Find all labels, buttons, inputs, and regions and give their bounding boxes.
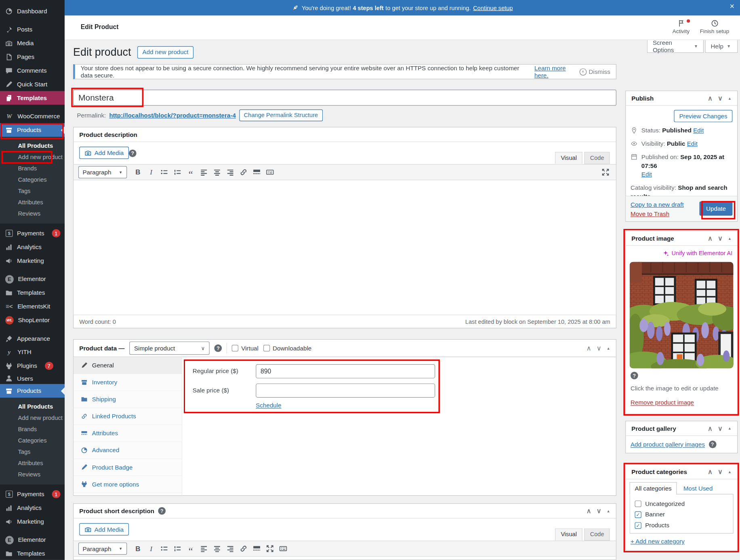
category-checkbox-checked[interactable]: ✓ bbox=[635, 522, 641, 529]
preview-changes-button[interactable]: Preview Changes bbox=[674, 110, 733, 122]
move-up-icon[interactable]: ∧ bbox=[708, 235, 713, 242]
help-icon[interactable]: ? bbox=[214, 344, 222, 352]
description-editor-area[interactable] bbox=[74, 180, 616, 315]
submenu-all-products[interactable]: All Products bbox=[0, 140, 65, 151]
sidebar-item-users[interactable]: Users bbox=[0, 373, 65, 384]
product-title-input[interactable] bbox=[73, 90, 616, 106]
submenu-categories-2[interactable]: Categories bbox=[0, 435, 65, 446]
blockquote-button[interactable]: “ bbox=[185, 166, 197, 178]
help-icon[interactable]: ? bbox=[129, 149, 137, 157]
help-icon[interactable]: ? bbox=[158, 507, 166, 515]
activity-button[interactable]: Activity bbox=[667, 19, 695, 34]
sidebar-item-plugins[interactable]: Plugins7 bbox=[0, 359, 65, 373]
sidebar-item-payments-2[interactable]: $Payments1 bbox=[0, 487, 65, 501]
submenu-add-new-product-2[interactable]: Add new product bbox=[0, 412, 65, 424]
downloadable-checkbox[interactable] bbox=[263, 345, 270, 351]
bullet-list-button[interactable] bbox=[158, 543, 170, 554]
tab-get-more-options[interactable]: Get more options bbox=[74, 476, 182, 493]
move-down-icon[interactable]: ∨ bbox=[718, 425, 723, 432]
visual-tab-short[interactable]: Visual bbox=[555, 529, 582, 541]
bullet-list-button[interactable] bbox=[158, 166, 170, 178]
tab-linked-products[interactable]: Linked Products bbox=[74, 408, 182, 425]
submenu-tags[interactable]: Tags bbox=[0, 185, 65, 197]
edit-visibility-link[interactable]: Edit bbox=[687, 140, 698, 147]
align-left-button[interactable] bbox=[198, 543, 210, 554]
edit-published-link[interactable]: Edit bbox=[641, 171, 652, 178]
submenu-add-new-product[interactable]: Add new product bbox=[0, 151, 65, 163]
italic-button[interactable]: I bbox=[145, 166, 157, 178]
move-up-icon[interactable]: ∧ bbox=[587, 344, 591, 352]
code-tab-short[interactable]: Code bbox=[584, 529, 610, 541]
code-tab[interactable]: Code bbox=[584, 152, 610, 164]
continue-setup-link[interactable]: Continue setup bbox=[473, 4, 513, 11]
keyboard-shortcuts-button[interactable] bbox=[264, 166, 276, 178]
most-used-tab[interactable]: Most Used bbox=[683, 485, 713, 492]
regular-price-input[interactable] bbox=[256, 364, 435, 378]
learn-more-link[interactable]: Learn more here. bbox=[534, 65, 579, 79]
help-icon[interactable]: ? bbox=[708, 440, 716, 448]
category-products[interactable]: ✓ Products bbox=[635, 520, 728, 531]
align-center-button[interactable] bbox=[211, 543, 223, 554]
schedule-link[interactable]: Schedule bbox=[256, 402, 281, 409]
move-up-icon[interactable]: ∧ bbox=[708, 94, 713, 102]
collapse-icon[interactable]: ▲ bbox=[728, 426, 732, 431]
align-right-button[interactable] bbox=[225, 166, 236, 178]
sidebar-item-elementor[interactable]: EElementor bbox=[0, 272, 65, 286]
align-center-button[interactable] bbox=[211, 166, 223, 178]
virtual-checkbox[interactable] bbox=[232, 345, 238, 351]
sidebar-item-products[interactable]: Products bbox=[0, 123, 65, 137]
move-up-icon[interactable]: ∧ bbox=[587, 507, 591, 515]
help-icon[interactable]: ? bbox=[631, 372, 638, 380]
read-more-button[interactable] bbox=[251, 543, 263, 554]
virtual-checkbox-row[interactable]: Virtual bbox=[232, 345, 259, 352]
submenu-tags-2[interactable]: Tags bbox=[0, 446, 65, 457]
sidebar-item-elementskit[interactable]: ≡<ElementsKit bbox=[0, 300, 65, 313]
sidebar-item-pages[interactable]: Pages bbox=[0, 50, 65, 64]
change-permalink-button[interactable]: Change Permalink Structure bbox=[239, 109, 323, 121]
move-down-icon[interactable]: ∨ bbox=[597, 507, 601, 515]
tab-inventory[interactable]: Inventory bbox=[74, 374, 182, 391]
paragraph-select-short[interactable]: Paragraph▼ bbox=[78, 543, 127, 555]
unify-elementor-ai-link[interactable]: Unify with Elementor AI bbox=[631, 250, 732, 256]
tab-product-badge[interactable]: Product Badge bbox=[74, 459, 182, 476]
sidebar-item-products-2[interactable]: Products bbox=[0, 384, 65, 398]
keyboard-shortcuts-button[interactable] bbox=[278, 543, 289, 554]
add-media-button-short[interactable]: Add Media bbox=[79, 523, 129, 535]
italic-button[interactable]: I bbox=[145, 543, 157, 554]
permalink-url[interactable]: http://localhost/block/?product=monstera… bbox=[109, 111, 236, 119]
tab-shipping[interactable]: Shipping bbox=[74, 391, 182, 408]
sidebar-item-payments[interactable]: $Payments1 bbox=[0, 227, 65, 240]
read-more-button[interactable] bbox=[251, 166, 263, 178]
sidebar-item-shoplentor[interactable]: WLShopLentor bbox=[0, 313, 65, 327]
sidebar-item-appearance[interactable]: Appearance bbox=[0, 331, 65, 345]
product-type-select[interactable]: Simple product∨ bbox=[129, 342, 210, 355]
collapse-icon[interactable]: ▲ bbox=[728, 96, 732, 101]
collapse-icon[interactable]: ▲ bbox=[728, 470, 732, 474]
move-to-trash-link[interactable]: Move to Trash bbox=[631, 210, 669, 218]
numbered-list-button[interactable] bbox=[172, 166, 183, 178]
blockquote-button[interactable]: “ bbox=[185, 543, 197, 554]
sidebar-item-quick-start[interactable]: Quick Start bbox=[0, 78, 65, 91]
sidebar-item-dashboard[interactable]: Dashboard bbox=[0, 4, 65, 18]
submenu-attributes-2[interactable]: Attributes bbox=[0, 457, 65, 469]
add-media-button[interactable]: Add Media bbox=[79, 147, 129, 159]
tab-advanced[interactable]: Advanced bbox=[74, 442, 182, 459]
sidebar-item-media[interactable]: Media bbox=[0, 36, 65, 50]
screen-options-tab[interactable]: Screen Options ▼ bbox=[647, 40, 704, 53]
sidebar-item-marketing[interactable]: Marketing bbox=[0, 254, 65, 268]
submenu-brands[interactable]: Brands bbox=[0, 163, 65, 174]
submenu-reviews[interactable]: Reviews bbox=[0, 208, 65, 219]
sidebar-item-yith[interactable]: yYITH bbox=[0, 345, 65, 359]
bold-button[interactable]: B bbox=[132, 543, 144, 554]
collapse-icon[interactable]: ▲ bbox=[606, 509, 610, 513]
move-down-icon[interactable]: ∨ bbox=[718, 235, 723, 242]
dismiss-button[interactable]: × Dismiss bbox=[579, 68, 610, 76]
sidebar-item-elementor-2[interactable]: EElementor bbox=[0, 533, 65, 547]
collapse-icon[interactable]: ▲ bbox=[606, 346, 610, 350]
category-checkbox[interactable] bbox=[635, 500, 641, 507]
category-checkbox-checked[interactable]: ✓ bbox=[635, 511, 641, 518]
sidebar-item-templates-2[interactable]: Templates bbox=[0, 286, 65, 300]
add-new-category-link[interactable]: + Add new category bbox=[631, 538, 685, 545]
tab-general[interactable]: General bbox=[74, 357, 182, 374]
align-left-button[interactable] bbox=[198, 166, 210, 178]
